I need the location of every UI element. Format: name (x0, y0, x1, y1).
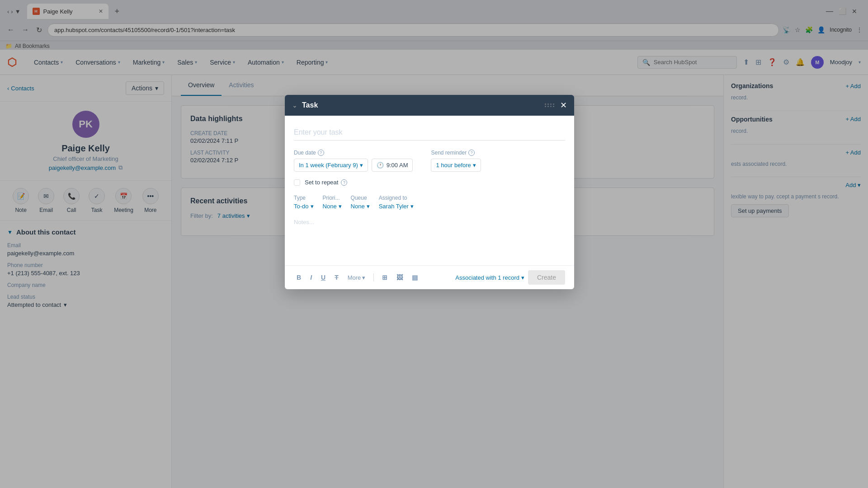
type-field: Type To-do ▾ (294, 195, 314, 210)
type-select[interactable]: To-do ▾ (294, 203, 314, 210)
clock-icon: 🕐 (377, 162, 384, 169)
priority-field: Priori... None ▾ (323, 195, 342, 210)
date-row: Due date ? In 1 week (February 9) ▾ 🕐 9:… (294, 150, 565, 172)
modal-body: Due date ? In 1 week (February 9) ▾ 🕐 9:… (285, 116, 574, 265)
image-icon-btn[interactable]: 🖼 (394, 272, 406, 283)
notes-textarea[interactable] (294, 219, 565, 255)
table-icon-btn[interactable]: ⊞ (379, 272, 390, 283)
repeat-checkbox[interactable] (294, 179, 300, 186)
more-formatting-btn[interactable]: More ▾ (345, 272, 368, 283)
priority-chevron-icon: ▾ (339, 203, 342, 210)
list-icon-btn[interactable]: ▤ (409, 272, 420, 283)
reminder-group: Send reminder ? 1 hour before ▾ (431, 150, 481, 172)
repeat-row: Set to repeat ? (294, 179, 565, 186)
repeat-info-icon[interactable]: ? (341, 179, 347, 186)
task-fields: Type To-do ▾ Priori... None ▾ Queue None… (294, 195, 565, 210)
priority-select[interactable]: None ▾ (323, 203, 342, 210)
modal-close-btn[interactable]: ✕ (560, 100, 567, 110)
task-modal: ⌄ Task ✕ Due date ? (285, 95, 574, 289)
reminder-info-icon[interactable]: ? (468, 150, 475, 156)
date-chevron-icon: ▾ (360, 162, 363, 169)
queue-select[interactable]: None ▾ (351, 203, 370, 210)
reminder-chevron-icon: ▾ (473, 162, 476, 169)
toolbar-right: Associated with 1 record ▾ Create (455, 270, 565, 285)
queue-chevron-icon: ▾ (367, 203, 370, 210)
assigned-label: Assigned to (379, 195, 414, 201)
due-date-btn[interactable]: In 1 week (February 9) ▾ (294, 159, 368, 172)
time-btn[interactable]: 🕐 9:00 AM (372, 159, 413, 172)
queue-label: Queue (351, 195, 370, 201)
queue-field: Queue None ▾ (351, 195, 370, 210)
priority-label: Priori... (323, 195, 342, 201)
modal-header-left: ⌄ Task (292, 101, 318, 109)
modal-title: Task (302, 101, 318, 109)
reminder-label: Send reminder ? (431, 150, 481, 156)
modal-collapse-btn[interactable]: ⌄ (292, 102, 297, 109)
italic-btn[interactable]: I (307, 272, 315, 283)
more-chevron-icon: ▾ (362, 274, 365, 281)
modal-toolbar: B I U T More ▾ ⊞ 🖼 ▤ Associated with 1 r… (285, 265, 574, 289)
associated-with-link[interactable]: Associated with 1 record ▾ (455, 274, 524, 281)
strikethrough-btn[interactable]: T (332, 272, 341, 283)
divider-vertical (373, 273, 374, 282)
type-chevron-icon: ▾ (311, 203, 314, 210)
type-label: Type (294, 195, 314, 201)
underline-btn[interactable]: U (318, 272, 328, 283)
bold-btn[interactable]: B (294, 272, 304, 283)
modal-header: ⌄ Task ✕ (285, 95, 574, 116)
due-date-group: Due date ? In 1 week (February 9) ▾ 🕐 9:… (294, 150, 413, 172)
due-date-label: Due date ? (294, 150, 413, 156)
assigned-field: Assigned to Sarah Tyler ▾ (379, 195, 414, 210)
task-title-input[interactable] (294, 125, 565, 141)
repeat-label: Set to repeat ? (305, 179, 347, 186)
assoc-chevron-icon: ▾ (521, 274, 524, 281)
assigned-select[interactable]: Sarah Tyler ▾ (379, 203, 414, 210)
assigned-chevron-icon: ▾ (410, 203, 414, 210)
toolbar-left: B I U T More ▾ ⊞ 🖼 ▤ (294, 272, 420, 283)
date-selector: In 1 week (February 9) ▾ 🕐 9:00 AM (294, 159, 413, 172)
create-task-btn[interactable]: Create (528, 270, 565, 285)
due-date-info-icon[interactable]: ? (318, 150, 324, 156)
drag-handle (545, 103, 555, 107)
reminder-btn[interactable]: 1 hour before ▾ (431, 159, 481, 172)
